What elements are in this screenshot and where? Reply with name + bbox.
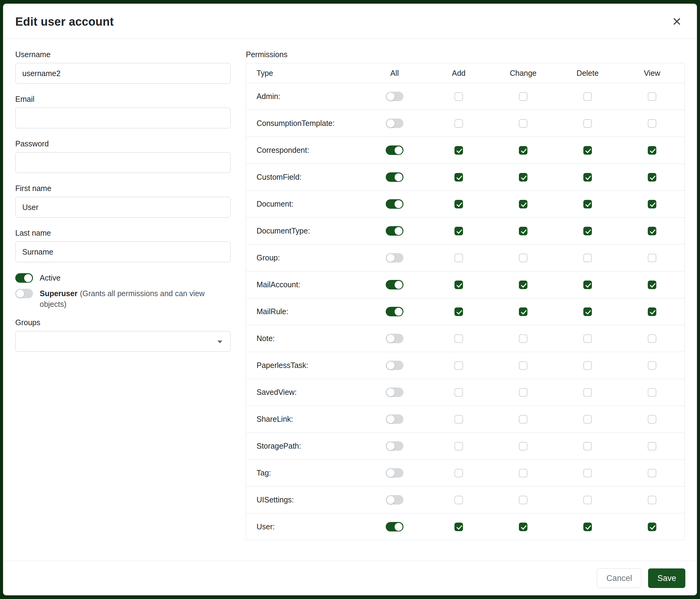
permission-change-checkbox[interactable]: [519, 308, 527, 316]
superuser-toggle[interactable]: [15, 289, 33, 298]
permission-all-toggle[interactable]: [386, 145, 403, 155]
permission-add-checkbox[interactable]: [454, 254, 463, 262]
permission-view-checkbox[interactable]: [648, 119, 656, 128]
email-input[interactable]: [15, 107, 231, 128]
permission-add-checkbox[interactable]: [454, 442, 463, 451]
permission-all-toggle[interactable]: [386, 280, 403, 289]
permission-delete-checkbox[interactable]: [583, 92, 592, 101]
permission-all-toggle[interactable]: [386, 387, 403, 397]
permission-change-checkbox[interactable]: [519, 334, 527, 343]
permission-all-toggle[interactable]: [386, 441, 403, 451]
permission-change-checkbox[interactable]: [519, 146, 527, 154]
permission-delete-checkbox[interactable]: [583, 200, 592, 209]
permission-all-toggle[interactable]: [386, 361, 403, 370]
permission-all-toggle[interactable]: [386, 253, 403, 263]
permission-all-toggle[interactable]: [386, 495, 403, 505]
permission-add-checkbox[interactable]: [454, 334, 463, 343]
permission-view-checkbox[interactable]: [648, 388, 656, 397]
permission-change-checkbox[interactable]: [519, 415, 527, 424]
username-input[interactable]: [15, 63, 231, 84]
permission-view-checkbox[interactable]: [648, 200, 656, 209]
permission-all-toggle[interactable]: [386, 226, 403, 236]
permission-add-checkbox[interactable]: [454, 523, 463, 531]
permission-all-toggle[interactable]: [386, 92, 403, 101]
permission-view-checkbox[interactable]: [648, 281, 656, 289]
permission-view-checkbox[interactable]: [648, 146, 656, 154]
permission-all-toggle[interactable]: [386, 119, 403, 128]
permission-view-checkbox[interactable]: [648, 442, 656, 451]
permission-view-checkbox[interactable]: [648, 415, 656, 424]
permission-change-checkbox[interactable]: [519, 173, 527, 182]
permission-delete-checkbox[interactable]: [583, 496, 592, 504]
permission-delete-checkbox[interactable]: [583, 442, 592, 451]
permission-change-checkbox[interactable]: [519, 388, 527, 397]
permission-all-cell: [362, 119, 427, 128]
permission-add-checkbox[interactable]: [454, 281, 463, 289]
permission-view-checkbox[interactable]: [648, 334, 656, 343]
permission-all-toggle[interactable]: [386, 522, 403, 531]
permission-delete-checkbox[interactable]: [583, 227, 592, 235]
permission-change-checkbox[interactable]: [519, 523, 527, 531]
permission-change-checkbox[interactable]: [519, 200, 527, 209]
first-name-input[interactable]: [15, 197, 231, 218]
permission-add-checkbox[interactable]: [454, 496, 463, 504]
permission-add-checkbox[interactable]: [454, 173, 463, 182]
column-header-delete: Delete: [555, 69, 620, 78]
permission-add-checkbox[interactable]: [454, 227, 463, 235]
permission-delete-checkbox[interactable]: [583, 146, 592, 154]
permission-view-checkbox[interactable]: [648, 496, 656, 504]
permission-view-checkbox[interactable]: [648, 92, 656, 101]
active-toggle[interactable]: [15, 273, 33, 283]
permission-add-checkbox[interactable]: [454, 119, 463, 128]
permission-delete-checkbox[interactable]: [583, 173, 592, 182]
permission-change-checkbox[interactable]: [519, 119, 527, 128]
permission-all-toggle[interactable]: [386, 334, 403, 343]
permission-delete-checkbox[interactable]: [583, 254, 592, 262]
permission-change-checkbox[interactable]: [519, 496, 527, 504]
permission-view-checkbox[interactable]: [648, 227, 656, 235]
permission-all-toggle[interactable]: [386, 199, 403, 209]
permission-add-checkbox[interactable]: [454, 146, 463, 154]
cancel-button[interactable]: Cancel: [597, 569, 641, 588]
permission-view-checkbox[interactable]: [648, 254, 656, 262]
permission-add-checkbox[interactable]: [454, 469, 463, 477]
permission-delete-checkbox[interactable]: [583, 361, 592, 370]
toggle-knob: [395, 308, 402, 316]
close-icon[interactable]: ✕: [670, 14, 683, 29]
permission-all-toggle[interactable]: [386, 414, 403, 424]
permission-change-checkbox[interactable]: [519, 227, 527, 235]
permission-view-checkbox[interactable]: [648, 361, 656, 370]
permission-add-checkbox[interactable]: [454, 200, 463, 209]
permission-delete-checkbox[interactable]: [583, 469, 592, 477]
permission-change-checkbox[interactable]: [519, 361, 527, 370]
permission-delete-checkbox[interactable]: [583, 119, 592, 128]
permission-view-checkbox[interactable]: [648, 469, 656, 477]
toggle-knob: [386, 119, 395, 127]
password-input[interactable]: [15, 152, 231, 173]
groups-select[interactable]: [15, 331, 231, 352]
permission-add-checkbox[interactable]: [454, 415, 463, 424]
permission-delete-checkbox[interactable]: [583, 334, 592, 343]
permission-add-checkbox[interactable]: [454, 361, 463, 370]
permission-all-toggle[interactable]: [386, 307, 403, 316]
permission-change-checkbox[interactable]: [519, 254, 527, 262]
save-button[interactable]: Save: [648, 569, 685, 588]
permission-change-checkbox[interactable]: [519, 442, 527, 451]
permission-view-checkbox[interactable]: [648, 308, 656, 316]
permission-delete-checkbox[interactable]: [583, 308, 592, 316]
permission-add-checkbox[interactable]: [454, 92, 463, 101]
permission-delete-checkbox[interactable]: [583, 281, 592, 289]
permission-change-checkbox[interactable]: [519, 92, 527, 101]
permission-change-checkbox[interactable]: [519, 469, 527, 477]
permission-view-checkbox[interactable]: [648, 523, 656, 531]
permission-change-checkbox[interactable]: [519, 281, 527, 289]
permission-delete-checkbox[interactable]: [583, 523, 592, 531]
permission-all-toggle[interactable]: [386, 172, 403, 182]
permission-all-toggle[interactable]: [386, 468, 403, 478]
permission-view-checkbox[interactable]: [648, 173, 656, 182]
permission-delete-checkbox[interactable]: [583, 415, 592, 424]
permission-delete-checkbox[interactable]: [583, 388, 592, 397]
last-name-input[interactable]: [15, 241, 231, 262]
permission-add-checkbox[interactable]: [454, 308, 463, 316]
permission-add-checkbox[interactable]: [454, 388, 463, 397]
